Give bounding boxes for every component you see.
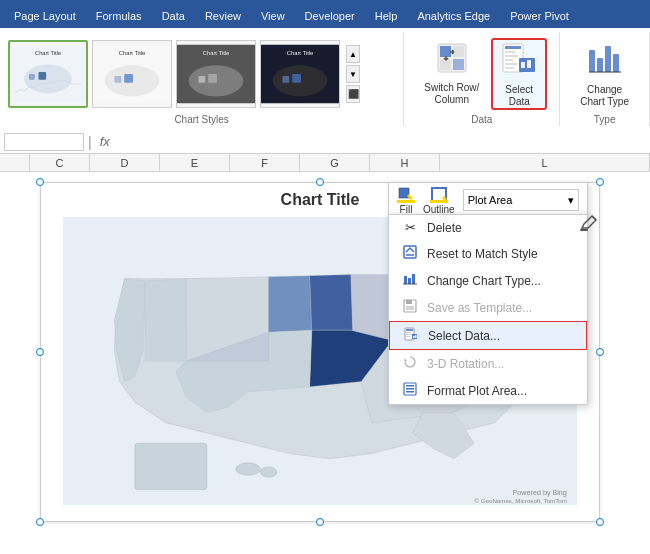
formula-bar-sep: | (88, 134, 92, 150)
col-header-e[interactable]: E (160, 154, 230, 171)
svg-text:Powered by Bing: Powered by Bing (513, 488, 567, 497)
outline-btn[interactable]: Outline (423, 186, 455, 215)
scroll-up-btn[interactable]: ▲ (346, 45, 360, 63)
tab-help[interactable]: Help (365, 4, 408, 28)
tab-view[interactable]: View (251, 4, 295, 28)
col-header-h[interactable]: H (370, 154, 440, 171)
tab-power-pivot[interactable]: Power Pivot (500, 4, 579, 28)
switch-icon (436, 42, 468, 80)
menu-item-delete[interactable]: ✂ Delete (389, 215, 587, 240)
svg-rect-34 (527, 60, 531, 68)
change-chart-type-btn[interactable]: ChangeChart Type (572, 38, 637, 110)
svg-rect-3 (39, 72, 47, 80)
chart-style-2[interactable]: Chart Title (92, 40, 172, 108)
change-chart-type-label: ChangeChart Type (580, 84, 629, 108)
cell-ref-input[interactable] (4, 133, 84, 151)
svg-point-42 (260, 467, 276, 477)
fx-label: fx (100, 134, 110, 149)
svg-rect-46 (397, 200, 415, 203)
svg-text:© GeoNames, Microsoft, TomTom: © GeoNames, Microsoft, TomTom (475, 497, 567, 504)
svg-rect-49 (580, 229, 588, 231)
tab-analytics-edge[interactable]: Analytics Edge (407, 4, 500, 28)
svg-rect-26 (505, 46, 521, 49)
scroll-more-btn[interactable]: ⬛ (346, 85, 360, 103)
data-group-label: Data (416, 114, 547, 125)
tab-formulas[interactable]: Formulas (86, 4, 152, 28)
chart-style-3[interactable]: Chart Title (176, 40, 256, 108)
switch-row-col-label: Switch Row/Column (424, 82, 479, 106)
3d-rotation-label: 3-D Rotation... (427, 357, 504, 371)
select-data-menu-icon (402, 327, 420, 344)
svg-rect-52 (408, 278, 411, 284)
format-bar: Fill Outline Plot Area ▾ (388, 182, 588, 218)
format-plot-label: Format Plot Area... (427, 384, 527, 398)
svg-rect-58 (406, 329, 413, 331)
svg-rect-22 (453, 46, 464, 57)
svg-rect-29 (505, 59, 513, 61)
svg-text:Chart Title: Chart Title (203, 50, 230, 56)
svg-rect-27 (505, 51, 515, 53)
context-menu: ✂ Delete Reset to Match Style (388, 214, 588, 405)
svg-rect-61 (406, 336, 410, 337)
svg-rect-14 (198, 76, 205, 83)
svg-text:Chart Title: Chart Title (35, 50, 61, 56)
col-header-c[interactable]: C (30, 154, 90, 171)
col-header-g[interactable]: G (300, 154, 370, 171)
svg-rect-31 (505, 67, 514, 69)
svg-rect-59 (406, 332, 411, 333)
select-data-btn[interactable]: SelectData (491, 38, 547, 110)
chart-style-1[interactable]: Chart Title (8, 40, 88, 108)
select-data-label: SelectData (505, 84, 533, 108)
delete-icon: ✂ (401, 220, 419, 235)
svg-rect-33 (521, 62, 525, 68)
tab-page-layout[interactable]: Page Layout (4, 4, 86, 28)
svg-rect-36 (597, 58, 603, 72)
format-plot-icon (401, 382, 419, 399)
menu-item-reset[interactable]: Reset to Match Style (389, 240, 587, 267)
chart-styles-label: Chart Styles (8, 114, 395, 125)
svg-rect-19 (282, 76, 289, 83)
type-group: ChangeChart Type Type (560, 32, 650, 126)
svg-rect-53 (412, 274, 415, 284)
svg-point-41 (236, 463, 261, 475)
change-chart-menu-icon (401, 272, 419, 289)
svg-rect-51 (404, 276, 407, 284)
menu-item-format-plot[interactable]: Format Plot Area... (389, 377, 587, 404)
handle-bl[interactable] (36, 518, 44, 526)
dropdown-arrow-icon: ▾ (568, 194, 574, 207)
svg-rect-21 (440, 46, 451, 57)
ribbon-content: Chart Title Chart Title (0, 28, 650, 130)
tab-developer[interactable]: Developer (295, 4, 365, 28)
delete-label: Delete (427, 221, 462, 235)
select-data-menu-label: Select Data... (428, 329, 500, 343)
chart-styles-content: Chart Title Chart Title (8, 36, 395, 112)
svg-rect-55 (406, 300, 412, 304)
scroll-down-btn[interactable]: ▼ (346, 65, 360, 83)
outline-label: Outline (423, 204, 455, 215)
handle-bm[interactable] (316, 518, 324, 526)
col-header-f[interactable]: F (230, 154, 300, 171)
fill-label: Fill (400, 204, 413, 215)
spreadsheet: C D E F G H L Chart Title (0, 154, 650, 554)
handle-br[interactable] (596, 518, 604, 526)
tab-data[interactable]: Data (152, 4, 195, 28)
plot-area-dropdown[interactable]: Plot Area ▾ (463, 189, 579, 211)
svg-rect-37 (605, 46, 611, 72)
type-group-label: Type (572, 114, 637, 125)
col-headers: C D E F G H L (0, 154, 650, 172)
col-header-l[interactable]: L (440, 154, 650, 171)
menu-item-select-data[interactable]: Select Data... (389, 321, 587, 350)
svg-rect-4 (29, 74, 35, 80)
tab-review[interactable]: Review (195, 4, 251, 28)
save-template-label: Save as Template... (427, 301, 532, 315)
menu-item-change-chart[interactable]: Change Chart Type... (389, 267, 587, 294)
col-header-d[interactable]: D (90, 154, 160, 171)
edit-pencil-btn[interactable] (580, 214, 598, 236)
svg-rect-28 (505, 55, 518, 57)
svg-rect-40 (135, 443, 207, 489)
chart-style-4[interactable]: Chart Title (260, 40, 340, 108)
svg-rect-23 (440, 59, 451, 70)
svg-rect-18 (292, 74, 301, 83)
switch-row-col-btn[interactable]: Switch Row/Column (416, 38, 487, 110)
fill-btn[interactable]: Fill (397, 186, 415, 215)
